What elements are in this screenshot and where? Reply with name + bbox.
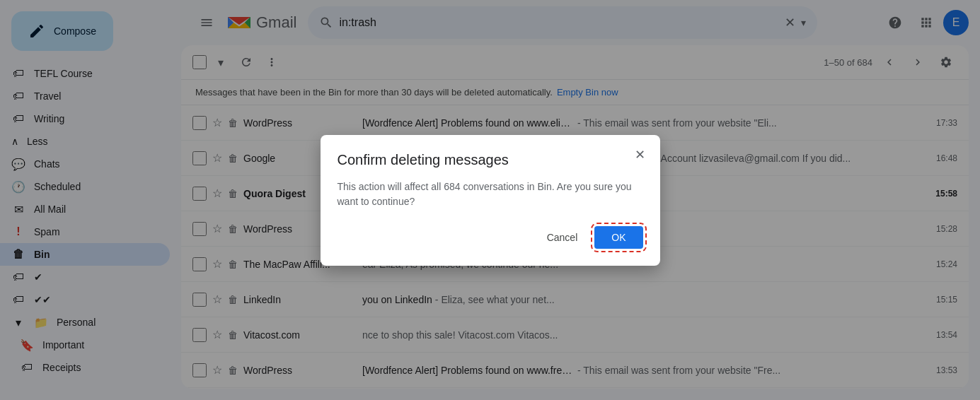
modal-overlay[interactable]: ✕ Confirm deleting messages This action … (0, 0, 980, 400)
modal-body: This action will affect all 684 conversa… (338, 180, 643, 209)
modal-title: Confirm deleting messages (338, 152, 643, 168)
confirm-delete-modal: ✕ Confirm deleting messages This action … (321, 135, 660, 266)
modal-cancel-button[interactable]: Cancel (536, 226, 589, 249)
modal-ok-button[interactable]: OK (594, 226, 642, 249)
modal-actions: Cancel OK (338, 226, 643, 249)
modal-close-button[interactable]: ✕ (629, 143, 652, 166)
